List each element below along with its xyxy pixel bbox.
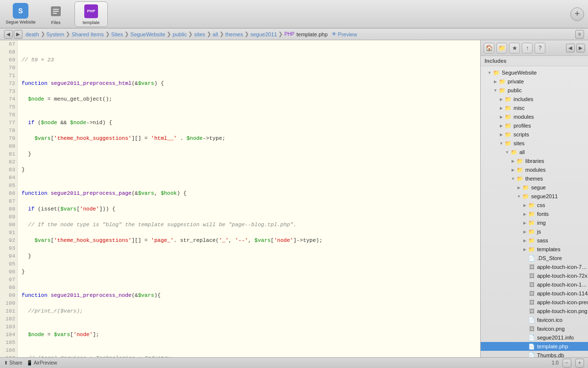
tree-segue2011[interactable]: ▼ 📁 segue2011 [481,192,588,201]
segue-website-icon: S [13,3,28,19]
tree-js[interactable]: ▶ 📁 js [481,227,588,236]
tree-img[interactable]: ▶ 📁 img [481,218,588,227]
tree-apple-precomp[interactable]: ▶ 🖼 apple-touch-icon-precomposed.png [481,298,588,307]
breadcrumb-themes[interactable]: themes [225,31,243,37]
tree-css[interactable]: ▶ 📁 css [481,201,588,210]
tree-sites[interactable]: ▼ 📁 sites [481,139,588,148]
preview-label: Preview [338,31,357,37]
tree-sass[interactable]: ▶ 📁 sass [481,236,588,245]
tab-files[interactable]: Files [39,1,73,27]
breadcrumb-system[interactable]: System [47,31,65,37]
tree-misc[interactable]: ▶ 📁 misc [481,104,588,112]
tree-apple-114-pre[interactable]: ▶ 🖼 apple-touch-icon-114x114-preco... [481,280,588,289]
folder-icon-btn[interactable]: 📁 [496,43,507,53]
airpreview-icon: 📱 [26,360,32,366]
preview-button[interactable]: 👁 Preview [332,31,357,37]
main-content: 67 68 69 70 71 72 73 74 75 76 77 78 79 8… [0,40,588,357]
breadcrumb-shared-items[interactable]: Shared Items [72,31,103,37]
tree-apple-icon[interactable]: ▶ 🖼 apple-touch-icon.png [481,307,588,315]
airpreview-label: AirPreview [34,360,57,366]
tree-thumbs-db[interactable]: ▶ 📄 Thumbs.db [481,351,588,357]
home-icon-btn[interactable]: 🏠 [484,43,494,53]
top-toolbar: S Segue Website Files PHP template + [0,0,588,28]
star-icon-btn[interactable]: ★ [509,43,520,53]
tree-apple-72-pre[interactable]: ▶ 🖼 apple-touch-icon-72x72-precomp... [481,263,588,271]
sidebar-toolbar: 🏠 📁 ★ ↑ ? ◀ ▶ [481,40,588,56]
status-bar-left: ⬆ Share 📱 AirPreview [4,360,57,366]
tree-modules2[interactable]: ▶ 📁 modules [481,165,588,174]
nav-back-button[interactable]: ◀ [4,30,13,39]
share-icon: ⬆ [4,360,8,366]
zoom-in-btn[interactable]: + [575,359,584,368]
tab-template-label: template [83,20,100,25]
tree-profiles[interactable]: ▶ 📁 profiles [481,121,588,130]
sidebar-icon-group: 🏠 📁 ★ ↑ ? [484,43,545,53]
tree-all[interactable]: ▼ 📁 all [481,148,588,157]
tab-segue-website[interactable]: S Segue Website [4,1,37,27]
status-bar-right: 1:0 − + [552,359,584,368]
template-icon: PHP [83,3,99,19]
tree-private[interactable]: ▶ 📁 private [481,77,588,86]
tree-libraries[interactable]: ▶ 📁 libraries [481,157,588,165]
breadcrumb-death[interactable]: death [25,31,39,37]
airpreview-button[interactable]: 📱 AirPreview [26,360,57,366]
add-button[interactable]: + [570,7,584,21]
tree-seguewebsite[interactable]: ▼ 📁 SegueWebsite [481,68,588,77]
upload-icon-btn[interactable]: ↑ [522,43,533,53]
breadcrumb-segue2011[interactable]: segue2011 [250,31,277,37]
zoom-out-btn[interactable]: − [563,359,571,368]
right-sidebar: 🏠 📁 ★ ↑ ? ◀ ▶ Includes ▼ 📁 SegueWebsite [480,40,588,357]
breadcrumb-sites2[interactable]: sites [194,31,205,37]
tree-segue[interactable]: ▶ 📁 segue [481,183,588,192]
breadcrumb: death ❯ System ❯ Shared Items ❯ Sites ❯ … [25,31,575,37]
breadcrumb-current-label: template.php [296,31,328,37]
sidebar-fwd-btn[interactable]: ▶ [576,44,585,53]
share-button[interactable]: ⬆ Share [4,360,23,366]
tree-template-php[interactable]: ▶ 📄 template.php [481,342,588,351]
tree-ds-store[interactable]: ▶ 📄 .DS_Store [481,254,588,263]
code-text[interactable]: // 59 × 23 function segue2011_preprocess… [18,40,480,357]
tree-modules[interactable]: ▶ 📁 modules [481,112,588,121]
menu-button[interactable]: ≡ [575,30,584,39]
breadcrumb-public[interactable]: public [172,31,187,37]
tab-files-label: Files [51,20,60,25]
tree-templates[interactable]: ▶ 📁 templates [481,245,588,254]
tab-template[interactable]: PHP template [74,1,108,27]
includes-section: Includes [481,56,588,66]
help-icon-btn[interactable]: ? [535,43,545,53]
sidebar-back-btn[interactable]: ◀ [566,44,575,53]
breadcrumb-sites[interactable]: Sites [111,31,123,37]
tree-apple-72[interactable]: ▶ 🖼 apple-touch-icon-72x72.png [481,271,588,280]
code-editor[interactable]: 67 68 69 70 71 72 73 74 75 76 77 78 79 8… [0,40,480,357]
status-bar: ⬆ Share 📱 AirPreview 1:0 − + [0,357,588,368]
tree-scripts[interactable]: ▶ 📁 scripts [481,130,588,139]
file-tree: ▼ 📁 SegueWebsite ▶ 📁 private ▼ 📁 public [481,66,588,357]
tab-segue-label: Segue Website [6,20,36,25]
includes-label: Includes [485,58,507,64]
tree-public[interactable]: ▼ 📁 public [481,86,588,95]
share-label: Share [9,360,23,366]
tree-segue2011-info[interactable]: ▶ 📄 segue2011.info [481,333,588,342]
tree-favicon-png[interactable]: ▶ 🖼 favicon.png [481,324,588,333]
tree-includes[interactable]: ▶ 📁 includes [481,95,588,104]
tree-favicon-ico[interactable]: ▶ 📄 favicon.ico [481,315,588,324]
tree-themes[interactable]: ▼ 📁 themes [481,174,588,183]
tree-fonts[interactable]: ▶ 📁 fonts [481,210,588,218]
nav-forward-button[interactable]: ▶ [14,30,23,39]
tree-apple-114[interactable]: ▶ 🖼 apple-touch-icon-114x114.png [481,289,588,298]
breadcrumb-all[interactable]: all [213,31,218,37]
breadcrumb-seguewebsite[interactable]: SegueWebsite [130,31,165,37]
line-numbers: 67 68 69 70 71 72 73 74 75 76 77 78 79 8… [0,40,18,357]
line-col-indicator: 1:0 [552,360,559,366]
breadcrumb-current: PHP template.php [284,31,327,37]
files-icon [48,3,64,19]
breadcrumb-bar: ◀ ▶ death ❯ System ❯ Shared Items ❯ Site… [0,28,588,40]
